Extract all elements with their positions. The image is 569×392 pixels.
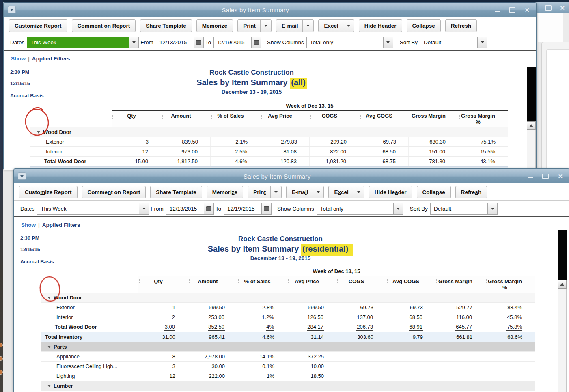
toolbar-button-hide-header[interactable]: Hide Header [359,19,402,32]
toolbar-button-refresh[interactable]: Refresh [445,19,477,32]
show-link[interactable]: Show [11,56,26,62]
table-row-exterior[interactable]: Exterior3839.502.1%279.83209.2069.73630.… [30,137,508,147]
chevron-down-icon[interactable] [383,37,393,48]
chevron-down-icon[interactable] [343,20,354,32]
to-label: To [216,206,221,212]
chevron-down-icon[interactable] [477,37,487,48]
table-header-row: QtyAmount% of SalesAvg PriceCOGSAvg COGS… [41,276,535,293]
to-date-field[interactable]: 12/19/2015 [224,203,272,215]
value-cell: 43.1% [458,157,508,166]
value-cell: 69.73 [386,303,435,312]
scrollbar-track[interactable] [527,130,536,170]
calendar-icon[interactable] [194,37,203,48]
toolbar-button-customize-report[interactable]: Customize Report [9,19,67,32]
value-cell: 645.77 [435,322,485,332]
table-row-interior[interactable]: Interior12973.002.5%81.08822.0068.50151.… [30,147,508,157]
scroll-up-button[interactable] [558,280,567,289]
scrollbar-track[interactable] [558,289,567,392]
value-cell [435,362,485,371]
show-columns-dropdown[interactable]: Total only [306,37,393,48]
toolbar-button-excel[interactable]: Excel [318,19,354,32]
toolbar-button-collapse[interactable]: Collapse [407,19,441,32]
toolbar-button-hide-header[interactable]: Hide Header [369,186,412,198]
from-date-field[interactable]: 12/13/2015 [166,203,214,215]
chevron-down-icon[interactable] [353,186,364,198]
value-cell: 2.1% [211,137,260,146]
column-header-gross-margin: Gross Margin % [485,276,535,293]
chevron-down-icon[interactable] [270,186,281,198]
window-menu-icon[interactable] [8,6,16,13]
chevron-down-icon[interactable] [129,37,138,48]
window-titlebar[interactable]: Sales by Item Summary ✕ [4,2,536,17]
app-close-icon[interactable]: ✕ [560,5,565,11]
toolbar-button-collapse[interactable]: Collapse [417,186,451,198]
minimize-icon[interactable] [528,177,533,178]
button-label: Share Template [146,23,186,29]
chevron-down-icon[interactable] [260,20,271,32]
app-maximize-icon[interactable] [545,5,552,11]
toolbar-button-print[interactable]: Print [237,19,272,32]
button-label: Excel [334,189,348,195]
table-row-total-wood-door[interactable]: Total Wood Door15.001,812.504.6%120.831,… [30,157,508,166]
chevron-down-icon[interactable] [313,186,323,198]
collapse-triangle-icon[interactable] [37,131,40,134]
chevron-down-icon[interactable] [487,203,497,214]
toolbar-button-share-template[interactable]: Share Template [140,19,192,32]
collapse-triangle-icon[interactable] [47,385,51,387]
table-row-exterior[interactable]: Exterior1599.502.8%599.5069.7369.73529.7… [41,303,535,312]
report-toolbar: Customize ReportComment on ReportShare T… [14,183,569,201]
icon-bar-dot [0,343,3,347]
table-row-lumber[interactable]: Lumber [41,381,535,391]
dates-dropdown[interactable]: This Week [27,37,139,48]
toolbar-button-e-mail[interactable]: E-mail [276,19,314,32]
table-row-wood-door[interactable]: Wood Door [41,293,535,303]
table-row-appliance[interactable]: Appliance82,978.0014.1%372.25 [41,352,535,362]
toolbar-button-refresh[interactable]: Refresh [455,186,487,198]
to-date-field[interactable]: 12/19/2015 [213,37,261,48]
toolbar-button-e-mail[interactable]: E-mail [286,186,324,198]
show-columns-dropdown[interactable]: Total only [317,203,403,215]
sort-by-dropdown[interactable]: Default [420,37,487,48]
toolbar-button-share-template[interactable]: Share Template [150,186,202,198]
window-menu-icon[interactable] [18,172,26,180]
value-cell: 1,031.20 [310,157,359,166]
toolbar-button-customize-report[interactable]: Customize Report [19,186,78,198]
calendar-icon[interactable] [204,203,213,214]
report-period: December 13 - 19, 2015 [14,255,547,261]
dates-dropdown[interactable]: This Week [37,203,149,215]
toolbar-button-print[interactable]: Print [248,186,282,198]
collapse-triangle-icon[interactable] [47,346,51,348]
toolbar-button-excel[interactable]: Excel [328,186,364,198]
minimize-icon[interactable] [495,11,500,12]
chevron-down-icon[interactable] [302,20,313,32]
dates-label: Dates [10,39,24,45]
chevron-down-icon[interactable] [393,203,403,214]
maximize-icon[interactable] [542,174,549,179]
toolbar-button-comment-on-report[interactable]: Comment on Report [72,19,136,32]
table-row-wood-door[interactable]: Wood Door [30,127,508,137]
table-row-lighting[interactable]: Lighting12222.001%18.50 [41,371,535,381]
scroll-up-button[interactable] [527,121,536,130]
close-icon[interactable]: ✕ [558,173,563,179]
calendar-icon[interactable] [261,203,271,214]
chevron-down-icon[interactable] [139,203,149,214]
sort-by-dropdown[interactable]: Default [430,203,498,215]
toolbar-button-memorize[interactable]: Memorize [196,19,233,32]
maximize-icon[interactable] [509,7,515,13]
close-icon[interactable]: ✕ [524,7,530,13]
row-label: Total Wood Door [41,324,138,330]
icon-bar-dot [0,370,3,375]
collapse-triangle-icon[interactable] [47,297,51,299]
table-row-parts[interactable]: Parts [41,342,535,352]
from-date-field[interactable]: 12/13/2015 [156,37,204,48]
toolbar-button-comment-on-report[interactable]: Comment on Report [82,186,146,198]
row-label: Appliance [41,353,138,360]
show-link[interactable]: Show [21,222,36,228]
toolbar-button-memorize[interactable]: Memorize [207,186,243,198]
table-row-total-wood-door[interactable]: Total Wood Door3.00852.504%284.17206.736… [41,322,535,332]
table-row-fluorescent-ceiling-ligh[interactable]: Fluorescent Ceiling Ligh...330.000.1%10.… [41,362,535,371]
table-row-total-inventory[interactable]: Total Inventory31.00965.414.6%31.14303.6… [41,332,535,342]
calendar-icon[interactable] [251,37,261,48]
table-row-interior[interactable]: Interior2253.001.2%126.50137.0068.50116.… [41,312,535,322]
window-titlebar[interactable]: Sales by Item Summary ✕ [14,169,569,183]
